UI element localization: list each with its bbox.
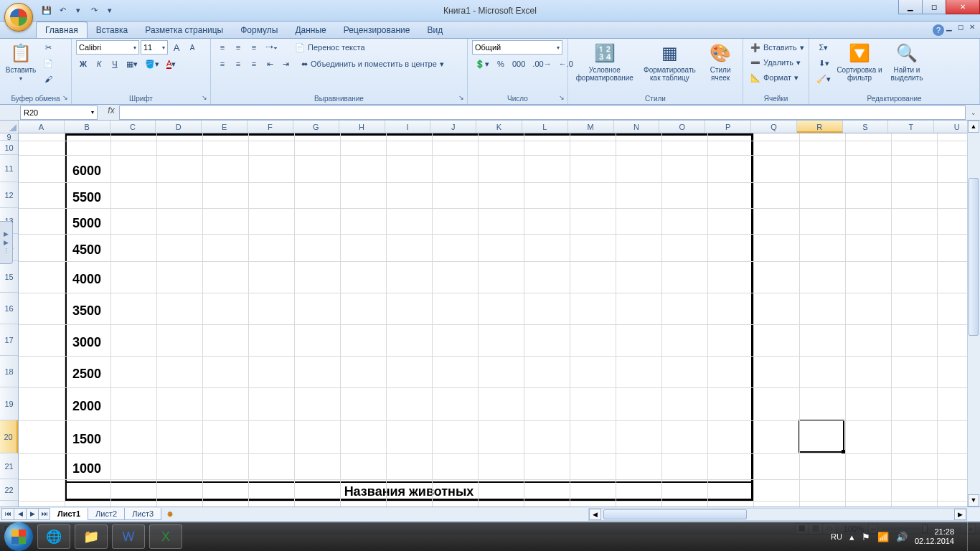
tray-lang[interactable]: RU [831, 532, 842, 541]
col-header-L[interactable]: L [522, 121, 568, 133]
qat-undo[interactable]: ↶ [56, 4, 69, 17]
tab-review[interactable]: Рецензирование [335, 22, 419, 38]
task-word[interactable]: W [112, 524, 145, 549]
formula-input[interactable] [119, 105, 966, 120]
conditional-formatting-button[interactable]: 🔢Условное форматирование [573, 40, 637, 82]
align-top-button[interactable]: ≡ [215, 40, 230, 55]
comma-button[interactable]: 000 [509, 57, 528, 71]
font-name-combo[interactable]: Calibri▾ [76, 40, 139, 55]
qat-redo[interactable]: ↷ [88, 4, 100, 17]
italic-button[interactable]: К [92, 57, 106, 71]
bold-button[interactable]: Ж [76, 57, 90, 71]
col-header-I[interactable]: I [385, 121, 431, 133]
number-format-combo[interactable]: Общий▾ [472, 40, 562, 55]
col-header-B[interactable]: B [65, 121, 110, 133]
clear-button[interactable]: 🧹▾ [814, 72, 834, 86]
hscroll-thumb[interactable] [603, 509, 747, 519]
currency-button[interactable]: 💲▾ [472, 57, 492, 71]
tray-volume-icon[interactable]: 🔊 [896, 532, 908, 542]
vscroll-thumb[interactable] [969, 178, 979, 336]
tab-data[interactable]: Данные [286, 22, 334, 38]
mdi-restore[interactable]: ◻ [956, 23, 966, 33]
alignment-dialog-launcher[interactable]: ↘ [457, 94, 466, 103]
increase-indent-button[interactable]: ⇥ [278, 57, 293, 71]
format-painter-button[interactable]: 🖌 [40, 72, 56, 86]
tab-view[interactable]: Вид [418, 22, 451, 38]
scroll-up-button[interactable]: ▲ [968, 121, 979, 133]
embedded-chart[interactable]: 6000550050004500400035003000250020001500… [65, 133, 753, 501]
scroll-right-button[interactable]: ▶ [954, 509, 966, 520]
copy-button[interactable]: 📄 [40, 56, 56, 70]
active-cell[interactable] [798, 420, 844, 453]
wrap-text-button[interactable]: 📄Перенос текста [292, 40, 368, 55]
col-header-Q[interactable]: Q [751, 121, 797, 133]
col-header-A[interactable]: A [19, 121, 65, 133]
qat-undo-more[interactable]: ▾ [72, 4, 85, 17]
fill-color-button[interactable]: 🪣▾ [142, 57, 162, 71]
task-excel[interactable]: X [149, 524, 182, 549]
col-header-D[interactable]: D [156, 121, 202, 133]
tab-home[interactable]: Главная [36, 22, 88, 38]
underline-button[interactable]: Ч [108, 57, 122, 71]
cut-button[interactable]: ✂ [40, 40, 56, 55]
col-header-G[interactable]: G [293, 121, 339, 133]
tray-network-icon[interactable]: 📶 [877, 532, 889, 542]
row-header-11[interactable]: 11 [0, 155, 18, 182]
name-box[interactable]: R20▾ [20, 105, 98, 120]
align-left-button[interactable]: ≡ [215, 57, 230, 71]
col-header-M[interactable]: M [568, 121, 614, 133]
pane-expand-handle[interactable]: ▶▶⋮ [0, 221, 13, 264]
spreadsheet-grid[interactable]: ABCDEFGHIJKLMNOPQRSTU 910111213141516171… [0, 121, 980, 507]
sheet-tab-1[interactable]: Лист1 [50, 508, 88, 520]
row-header-16[interactable]: 16 [0, 293, 18, 324]
col-header-P[interactable]: P [705, 121, 751, 133]
start-button[interactable] [4, 522, 33, 551]
col-header-K[interactable]: K [476, 121, 522, 133]
decrease-indent-button[interactable]: ⇤ [263, 57, 277, 71]
col-header-E[interactable]: E [202, 121, 248, 133]
align-right-button[interactable]: ≡ [247, 57, 261, 71]
mdi-minimize[interactable]: ▁ [944, 23, 954, 33]
row-header-18[interactable]: 18 [0, 356, 18, 387]
row-header-21[interactable]: 21 [0, 453, 18, 479]
number-dialog-launcher[interactable]: ↘ [557, 94, 566, 103]
grow-font-button[interactable]: A [169, 40, 184, 55]
font-dialog-launcher[interactable]: ↘ [200, 94, 209, 103]
sort-filter-button[interactable]: 🔽Сортировка и фильтр [837, 40, 882, 82]
shrink-font-button[interactable]: A [185, 40, 199, 55]
format-as-table-button[interactable]: ▦Форматировать как таблицу [640, 40, 700, 82]
row-header-15[interactable]: 15 [0, 261, 18, 293]
cell-styles-button[interactable]: 🎨Стили ячеек [702, 40, 738, 82]
col-header-N[interactable]: N [614, 121, 660, 133]
align-center-button[interactable]: ≡ [231, 57, 245, 71]
col-header-F[interactable]: F [248, 121, 293, 133]
help-button[interactable]: ? [933, 24, 944, 36]
scroll-left-button[interactable]: ◀ [589, 509, 601, 520]
autosum-button[interactable]: Σ▾ [814, 40, 834, 55]
window-maximize[interactable]: ◻ [922, 0, 946, 14]
sheet-nav-first[interactable]: ⏮ [1, 508, 14, 520]
col-header-S[interactable]: S [843, 121, 889, 133]
paste-button[interactable]: 📋 Вставить ▾ [4, 40, 37, 82]
tray-flag-icon[interactable]: ⚑ [862, 532, 870, 542]
clipboard-dialog-launcher[interactable]: ↘ [61, 94, 70, 103]
mdi-close[interactable]: ✕ [967, 23, 977, 33]
tray-show-hidden-icon[interactable]: ▴ [849, 532, 854, 542]
row-header-22[interactable]: 22 [0, 479, 18, 501]
col-header-C[interactable]: C [110, 121, 156, 133]
sheet-tab-2[interactable]: Лист2 [88, 508, 125, 520]
select-all-button[interactable] [0, 121, 19, 133]
fx-button[interactable]: fx [103, 105, 119, 120]
sheet-tab-3[interactable]: Лист3 [124, 508, 161, 520]
col-header-J[interactable]: J [430, 121, 476, 133]
row-header-20[interactable]: 20 [0, 420, 18, 453]
format-cells-button[interactable]: 📐Формат▾ [748, 70, 801, 85]
align-middle-button[interactable]: ≡ [231, 40, 245, 55]
tab-insert[interactable]: Вставка [88, 22, 137, 38]
col-header-H[interactable]: H [339, 121, 385, 133]
merge-center-button[interactable]: ⬌Объединить и поместить в центре▾ [298, 57, 447, 71]
insert-sheet-button[interactable]: ✸ [163, 509, 177, 520]
window-minimize[interactable]: ▁ [898, 0, 923, 14]
tab-pagelayout[interactable]: Разметка страницы [136, 22, 232, 38]
fill-button[interactable]: ⬇▾ [814, 56, 834, 70]
